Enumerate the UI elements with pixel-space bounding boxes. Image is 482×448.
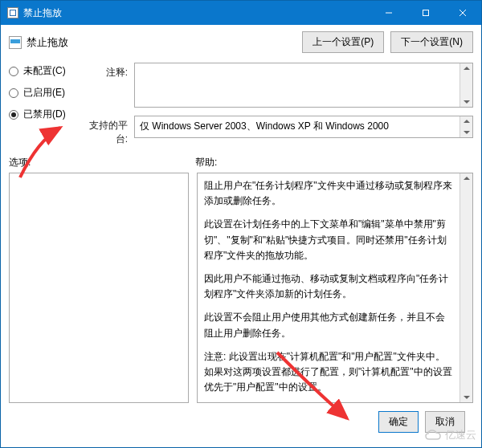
pane-labels: 选项: 帮助: — [9, 156, 473, 169]
svg-rect-1 — [423, 10, 429, 16]
content-area: 禁止拖放 上一个设置(P) 下一个设置(N) 未配置(C) 已启用(E) 已禁用… — [1, 25, 481, 447]
radio-not-configured[interactable]: 未配置(C) — [9, 64, 75, 78]
scrollbar[interactable] — [460, 63, 472, 107]
options-pane — [9, 173, 189, 403]
help-paragraph: 因此用户不能通过拖动、移动或复制文档或程序向"任务计划程序"文件夹添加新的计划任… — [204, 271, 453, 302]
footer-buttons: 确定 取消 — [9, 403, 473, 441]
radio-icon — [9, 67, 18, 76]
radio-enabled[interactable]: 已启用(E) — [9, 86, 75, 100]
window-controls — [370, 1, 481, 25]
titlebar: 禁止拖放 — [1, 1, 481, 25]
minimize-button[interactable] — [370, 1, 407, 25]
state-radios: 未配置(C) 已启用(E) 已禁用(D) — [9, 63, 75, 146]
radio-label: 未配置(C) — [23, 64, 66, 78]
config-row: 未配置(C) 已启用(E) 已禁用(D) 注释: — [9, 63, 473, 146]
header-row: 禁止拖放 上一个设置(P) 下一个设置(N) — [9, 31, 473, 53]
previous-setting-button[interactable]: 上一个设置(P) — [302, 31, 384, 53]
help-paragraph: 此设置在计划任务中的上下文菜单和"编辑"菜单中禁用"剪切"、"复制"和"粘贴"快… — [204, 217, 453, 263]
app-icon — [7, 7, 18, 18]
radio-disabled[interactable]: 已禁用(D) — [9, 108, 75, 121]
close-button[interactable] — [444, 1, 481, 25]
platform-field: 仅 Windows Server 2003、Windows XP 和 Windo… — [134, 116, 473, 138]
nav-buttons: 上一个设置(P) 下一个设置(N) — [302, 31, 473, 53]
cancel-button[interactable]: 取消 — [425, 411, 465, 433]
ok-button[interactable]: 确定 — [378, 411, 419, 433]
scrollbar[interactable] — [460, 173, 472, 402]
panes-row: 阻止用户在"任务计划程序"文件夹中通过移动或复制程序来添加或删除任务。 此设置在… — [9, 173, 473, 403]
help-paragraph: 注意: 此设置出现在"计算机配置"和"用户配置"文件夹中。如果对这两项设置都进行… — [204, 349, 453, 396]
next-setting-button[interactable]: 下一个设置(N) — [390, 31, 473, 53]
fields-column: 注释: 支持的平台: 仅 Windows Server 2003、Windows… — [84, 63, 473, 146]
help-paragraph: 阻止用户在"任务计划程序"文件夹中通过移动或复制程序来添加或删除任务。 — [204, 178, 453, 209]
policy-title: 禁止拖放 — [27, 35, 68, 50]
platform-row: 支持的平台: 仅 Windows Server 2003、Windows XP … — [84, 116, 473, 146]
radio-label: 已禁用(D) — [23, 108, 66, 121]
options-label: 选项: — [9, 156, 195, 169]
comment-label: 注释: — [84, 63, 128, 79]
comment-row: 注释: — [84, 63, 473, 108]
help-paragraph: 此设置不会阻止用户使用其他方式创建新任务，并且不会阻止用户删除任务。 — [204, 310, 453, 340]
platform-label: 支持的平台: — [84, 116, 128, 146]
radio-icon — [9, 110, 18, 120]
policy-icon — [9, 36, 22, 49]
comment-textarea[interactable] — [134, 63, 473, 108]
help-text: 阻止用户在"任务计划程序"文件夹中通过移动或复制程序来添加或删除任务。 此设置在… — [204, 178, 466, 395]
window-title: 禁止拖放 — [23, 6, 370, 20]
scrollbar[interactable] — [460, 116, 472, 137]
platform-value: 仅 Windows Server 2003、Windows XP 和 Windo… — [140, 120, 389, 132]
help-pane: 阻止用户在"任务计划程序"文件夹中通过移动或复制程序来添加或删除任务。 此设置在… — [197, 173, 473, 403]
maximize-button[interactable] — [407, 1, 444, 25]
group-policy-dialog: 禁止拖放 禁止拖放 上一个设置(P) 下一个设置(N) — [0, 0, 482, 448]
radio-label: 已启用(E) — [23, 86, 65, 100]
radio-icon — [9, 88, 18, 98]
help-label: 帮助: — [195, 156, 217, 169]
